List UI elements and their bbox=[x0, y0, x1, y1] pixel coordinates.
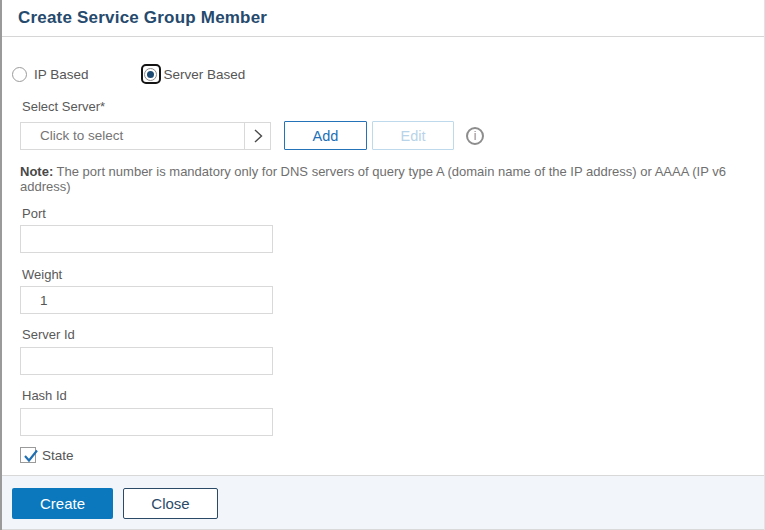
left-border-rule bbox=[0, 0, 2, 530]
radio-server-based-label[interactable]: Server Based bbox=[164, 67, 246, 82]
select-server-row: Click to select Add Edit i bbox=[20, 121, 744, 150]
state-row: State bbox=[20, 446, 744, 464]
dialog-footer: Create Close bbox=[0, 475, 764, 530]
radio-server-based[interactable] bbox=[141, 64, 161, 84]
radio-ip-based-label[interactable]: IP Based bbox=[34, 67, 89, 82]
note-body: The port number is mandatory only for DN… bbox=[20, 164, 726, 194]
port-input[interactable] bbox=[20, 225, 273, 253]
member-type-radio-group: IP Based Server Based bbox=[12, 63, 744, 85]
radio-selected-dot bbox=[147, 71, 154, 78]
edit-button: Edit bbox=[372, 121, 454, 150]
weight-input[interactable] bbox=[20, 286, 273, 314]
note-prefix: Note: bbox=[20, 164, 53, 179]
chevron-right-icon bbox=[253, 128, 263, 144]
hash-id-label: Hash Id bbox=[20, 388, 744, 403]
add-button[interactable]: Add bbox=[284, 121, 367, 150]
state-checkbox[interactable] bbox=[20, 447, 36, 463]
server-id-input[interactable] bbox=[20, 347, 273, 375]
create-service-group-member-dialog: Create Service Group Member IP Based Ser… bbox=[0, 0, 765, 530]
info-icon[interactable]: i bbox=[466, 127, 484, 145]
state-label[interactable]: State bbox=[42, 448, 74, 463]
select-server-combobox[interactable]: Click to select bbox=[20, 122, 245, 150]
page-title: Create Service Group Member bbox=[18, 8, 267, 28]
hash-id-input[interactable] bbox=[20, 408, 273, 436]
form-body: IP Based Server Based Select Server* Cli… bbox=[0, 63, 764, 464]
create-button[interactable]: Create bbox=[12, 488, 113, 519]
port-label: Port bbox=[20, 206, 744, 221]
note-text: Note: The port number is mandatory only … bbox=[20, 164, 744, 194]
weight-label: Weight bbox=[20, 267, 744, 282]
close-button[interactable]: Close bbox=[123, 488, 218, 519]
dialog-header: Create Service Group Member bbox=[0, 0, 764, 37]
radio-server-based-circle bbox=[144, 68, 157, 81]
select-server-expand-button[interactable] bbox=[244, 122, 271, 150]
radio-ip-based[interactable] bbox=[12, 67, 27, 82]
checkmark-icon bbox=[22, 447, 40, 465]
server-id-label: Server Id bbox=[20, 327, 744, 342]
select-server-label: Select Server* bbox=[20, 99, 744, 114]
